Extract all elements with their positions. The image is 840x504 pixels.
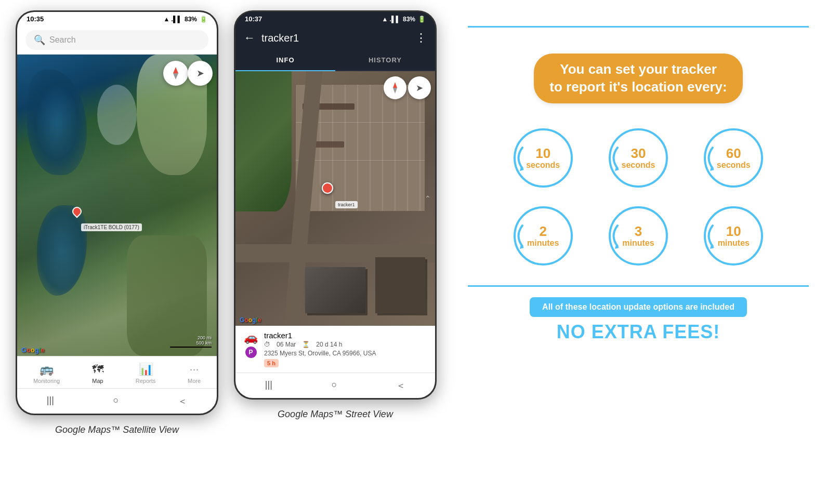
more-options-button[interactable]: ⋮: [415, 31, 427, 45]
unit-2m: minutes: [527, 238, 559, 248]
pin-head-1: [70, 205, 83, 218]
building-2: [375, 257, 425, 313]
tracker-meta: ⏱ 06 Mar ⏳ 20 d 14 h: [264, 341, 427, 348]
android-nav-1: ||| ○ ＜: [17, 388, 217, 414]
android-nav-2: ||| ○ ＜: [235, 373, 435, 398]
green-area: [235, 71, 292, 211]
monitoring-label: Monitoring: [33, 378, 60, 384]
num-10s: 10: [535, 146, 550, 161]
tracker-label-1: iTrack1TE BOLD (0177): [81, 223, 142, 231]
circle-wrapper-2m: 2 minutes: [509, 202, 577, 270]
circle-wrapper-30s: 30 seconds: [605, 124, 672, 192]
circle-text-30s: 30 seconds: [605, 124, 672, 192]
circle-60s: 60 seconds: [694, 124, 773, 192]
battery-icon-2: 🔋: [418, 16, 426, 23]
android-home-btn[interactable]: ○: [105, 393, 127, 409]
android-menu-btn-2[interactable]: |||: [257, 377, 281, 394]
num-10m: 10: [726, 224, 741, 239]
phone2-frame: 10:37 ▲ .▌▌ 83% 🔋 ← tracker1 ⋮ INFO HIST…: [234, 10, 437, 400]
circle-wrapper-60s: 60 seconds: [700, 124, 767, 192]
back-button[interactable]: ←: [244, 31, 255, 45]
compass-south: [173, 73, 178, 79]
compass-button-2[interactable]: [384, 76, 406, 99]
circle-3m: 3 minutes: [598, 202, 678, 270]
bottom-nav-1: 🚌 Monitoring 🗺 Map 📊 Reports ··· More: [17, 356, 217, 388]
reports-label: Reports: [136, 378, 156, 384]
since-badge: 5 h: [264, 359, 279, 367]
scale-km: 500 km: [196, 340, 212, 346]
android-home-btn-2[interactable]: ○: [323, 377, 346, 394]
search-field[interactable]: 🔍 Search: [25, 30, 208, 50]
google-logo-1: Google: [21, 346, 45, 354]
navigation-button[interactable]: ➤: [188, 61, 213, 86]
tracker-info-content: tracker1 ⏱ 06 Mar ⏳ 20 d 14 h 2325 Myers…: [264, 331, 427, 367]
time-1: 10:35: [27, 15, 44, 23]
circle-30s: 30 seconds: [598, 124, 678, 192]
battery-icon-1: 🔋: [200, 16, 207, 23]
map-label: Map: [92, 378, 103, 384]
status-bar-1: 10:35 ▲ .▌▌ 83% 🔋: [17, 12, 217, 26]
tracker-date: 06 Mar: [277, 341, 296, 348]
android-back-btn-2[interactable]: ＜: [388, 377, 414, 394]
search-icon: 🔍: [34, 34, 45, 46]
scale-bar-1: 200 mi 500 km: [170, 335, 212, 348]
num-3m: 3: [635, 224, 642, 239]
tracker-p-badge: P: [245, 347, 257, 358]
navigation-button-2[interactable]: ➤: [408, 76, 431, 99]
clock-icon: ⏱: [264, 341, 270, 348]
circle-text-60s: 60 seconds: [700, 124, 767, 192]
aerial-map[interactable]: ➤ tracker1 Google ⌃: [235, 71, 435, 326]
unit-10s: seconds: [526, 161, 560, 170]
num-60s: 60: [726, 146, 741, 161]
phone1-caption: Google Maps™ Satellite View: [55, 425, 179, 435]
circle-2m: 2 minutes: [503, 202, 583, 270]
tracker-car-pin: [322, 182, 333, 194]
nav-item-more[interactable]: ··· More: [182, 361, 206, 386]
monitoring-icon: 🚌: [40, 363, 54, 376]
circle-wrapper-10m: 10 minutes: [700, 202, 767, 270]
scale-line: [170, 347, 212, 348]
nav-item-map[interactable]: 🗺 Map: [87, 361, 109, 386]
tracker-info-panel: 🚗 P tracker1 ⏱ 06 Mar ⏳ 20 d 14 h 2325 M…: [235, 326, 435, 373]
status-right-1: ▲ .▌▌ 83% 🔋: [163, 16, 207, 23]
tracker-pin-label: tracker1: [335, 201, 358, 208]
compass-north: [173, 67, 178, 73]
status-right-2: ▲ .▌▌ 83% 🔋: [382, 16, 426, 23]
circle-text-10s: 10 seconds: [509, 124, 577, 192]
android-back-btn[interactable]: ＜: [169, 393, 195, 409]
nav-icon-2: ➤: [416, 83, 423, 94]
nav-item-monitoring[interactable]: 🚌 Monitoring: [28, 361, 65, 386]
tracker-address: 2325 Myers St, Oroville, CA 95966, USA: [264, 350, 427, 357]
scroll-indicator[interactable]: ⌃: [425, 194, 431, 203]
headline-text: You can set your trackerto report it's l…: [549, 61, 727, 95]
search-bar: 🔍 Search: [17, 26, 217, 55]
duration-icon: ⏳: [302, 341, 310, 348]
tracker-icons: 🚗 P: [244, 331, 258, 358]
compass-north-2: [393, 82, 397, 88]
search-placeholder: Search: [49, 35, 76, 45]
tracker-duration: 20 d 14 h: [316, 341, 342, 348]
satellite-map-area[interactable]: ➤ iTrack1TE BOLD (0177) Google 200 mi 50…: [17, 55, 217, 356]
phone1-frame: 10:35 ▲ .▌▌ 83% 🔋 🔍 Search: [16, 10, 218, 415]
signal-icon-1: ▲ .▌▌: [163, 16, 182, 23]
compass-south-2: [393, 88, 397, 94]
num-30s: 30: [631, 146, 646, 161]
nav-item-reports[interactable]: 📊 Reports: [130, 361, 161, 386]
scale-mi: 200 mi: [198, 335, 212, 340]
time-2: 10:37: [245, 15, 262, 23]
included-badge: All of these location update options are…: [530, 297, 747, 317]
compass-button[interactable]: [163, 61, 188, 86]
compass-inner-2: [389, 82, 401, 94]
tab-history[interactable]: HISTORY: [335, 50, 435, 70]
circle-text-3m: 3 minutes: [605, 202, 672, 270]
circle-10s: 10 seconds: [503, 124, 583, 192]
tab-info[interactable]: INFO: [235, 50, 335, 71]
circle-wrapper-10s: 10 seconds: [509, 124, 577, 192]
map-pin-1: [72, 207, 82, 216]
android-menu-btn[interactable]: |||: [38, 393, 62, 409]
phone2-caption: Google Maps™ Street View: [278, 409, 393, 420]
circle-text-2m: 2 minutes: [509, 202, 577, 270]
unit-30s: seconds: [622, 161, 655, 170]
phone2-container: 10:37 ▲ .▌▌ 83% 🔋 ← tracker1 ⋮ INFO HIST…: [234, 10, 437, 420]
signal-icon-2: ▲ .▌▌: [382, 16, 400, 23]
